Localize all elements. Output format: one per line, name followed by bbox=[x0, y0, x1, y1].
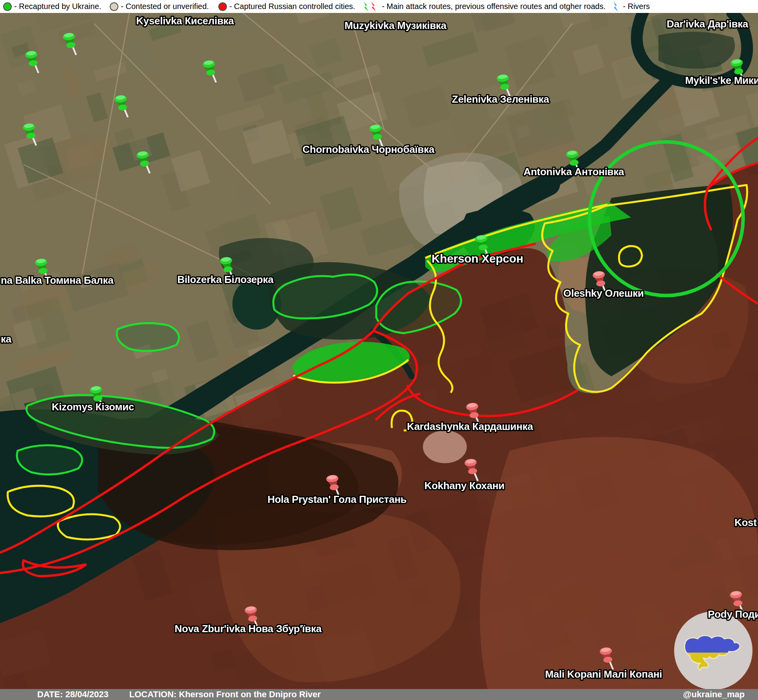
place-label-tomyna-balka: na Balka Томина Балка bbox=[1, 274, 114, 286]
river-arrow-icon bbox=[610, 1, 620, 13]
place-label-muzykivka: Muzykivka Музиківка bbox=[345, 20, 447, 31]
place-label-antonivka: Antonivka Антонівка bbox=[524, 166, 624, 178]
place-label-mali-kopani: Mali Kopani Малі Копані bbox=[545, 668, 662, 680]
map-date: DATE: 28/04/2023 bbox=[37, 689, 109, 700]
map-legend-bar: - Recaptured by Ukraine. - Contested or … bbox=[0, 0, 758, 13]
place-label-kherson: Kherson Херсон bbox=[432, 252, 523, 265]
contested-dot-icon bbox=[110, 2, 118, 11]
pink-salt-lake bbox=[423, 430, 467, 463]
legend-label: - Rivers bbox=[623, 2, 650, 11]
place-label-kardashynka: Kardashynka Кардашинка bbox=[407, 421, 533, 432]
captured-dot-icon bbox=[218, 2, 227, 11]
ukraine-map-logo bbox=[674, 611, 753, 690]
place-label-pody: Pody Поди bbox=[708, 608, 758, 620]
legend-item-rivers: - Rivers bbox=[610, 1, 650, 13]
place-label-edge-right-fragment: Kost bbox=[734, 517, 757, 528]
legend-item-captured: - Captured Russian controlled cities. bbox=[218, 2, 355, 11]
place-label-zelenivka: Zelenivka Зеленівка bbox=[452, 93, 549, 105]
legend-label: - Captured Russian controlled cities. bbox=[229, 2, 355, 11]
map-location: LOCATION: Kherson Front on the Dnipro Ri… bbox=[129, 689, 321, 700]
legend-label: - Contested or unverified. bbox=[121, 2, 209, 11]
place-label-kizomys: Kizomys Кізомис bbox=[52, 401, 134, 413]
legend-label: - Recaptured by Ukraine. bbox=[14, 2, 101, 11]
map-canvas[interactable]: Kyselivka КиселівкаMuzykivka МузиківкаDa… bbox=[0, 0, 758, 700]
recaptured-dot-icon bbox=[3, 2, 12, 11]
kherson-front-map-screenshot: Kyselivka КиселівкаMuzykivka МузиківкаDa… bbox=[0, 0, 758, 700]
map-info-bar: DATE: 28/04/2023 LOCATION: Kherson Front… bbox=[0, 689, 758, 700]
attack-routes-icon bbox=[361, 1, 379, 13]
place-label-nova-zburivka: Nova Zbur'ivka Нова Збур'ївка bbox=[175, 623, 322, 635]
place-label-darivka: Dar'ivka Дар'івка bbox=[667, 18, 749, 30]
author-handle: @ukraine_map bbox=[683, 689, 745, 700]
place-label-hola-prystan: Hola Prystan' Гола Пристань bbox=[267, 493, 406, 505]
place-label-oleshky: Oleshky Олешки bbox=[563, 287, 644, 299]
legend-item-contested: - Contested or unverified. bbox=[110, 2, 209, 11]
legend-item-recaptured: - Recaptured by Ukraine. bbox=[3, 2, 101, 11]
legend-item-attack-routes: - Main attack routes, previous offensive… bbox=[361, 1, 606, 13]
place-label-mykilske: Mykil's'ke Мики bbox=[685, 74, 758, 86]
place-label-chornobaivka: Chornobaivka Чорнобаївка bbox=[303, 143, 435, 155]
place-label-bilozerka: Bilozerka Білозерка bbox=[177, 274, 274, 285]
place-label-kyselivka: Kyselivka Киселівка bbox=[136, 15, 234, 27]
legend-label: - Main attack routes, previous offensive… bbox=[382, 2, 606, 11]
place-label-kokhany: Kokhany Кохани bbox=[424, 480, 505, 491]
place-label-edge-left-fragment: ка bbox=[1, 333, 12, 345]
